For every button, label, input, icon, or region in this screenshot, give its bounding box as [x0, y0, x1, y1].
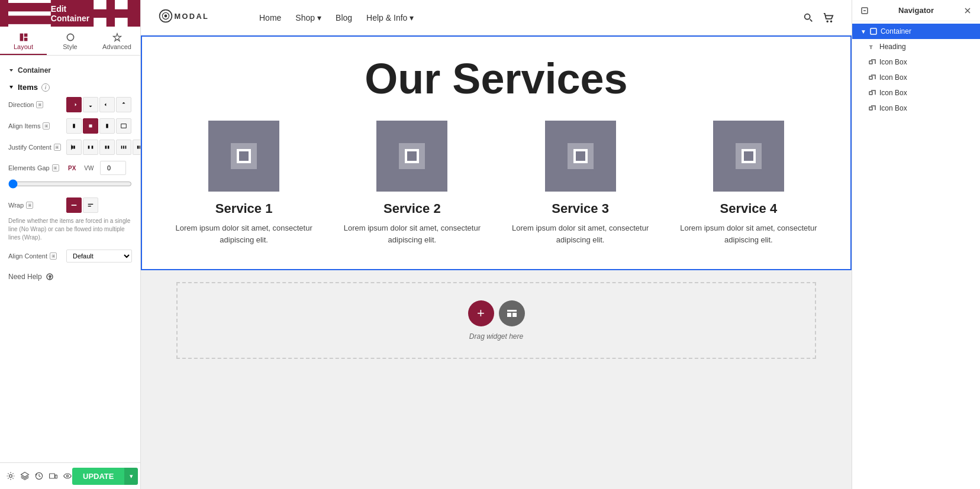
- wrap-nowrap-btn[interactable]: [66, 197, 82, 213]
- direction-col-rev-btn[interactable]: [116, 97, 131, 112]
- wrap-resp-icon: ▣: [26, 202, 33, 209]
- nav-iconbox-2[interactable]: Icon Box: [852, 70, 980, 85]
- service-icon-2: [376, 121, 447, 192]
- nav-iconbox-4[interactable]: Icon Box: [852, 101, 980, 116]
- service-card-1: Service 1 Lorem ipsum dolor sit amet, co…: [167, 121, 321, 245]
- align-items-btn-group: [66, 118, 131, 134]
- svg-rect-17: [92, 145, 94, 148]
- nav-iconbox-3-label: Icon Box: [879, 89, 907, 97]
- svg-rect-34: [55, 475, 57, 478]
- eye-icon[interactable]: [63, 471, 72, 481]
- svg-rect-22: [125, 145, 127, 148]
- justify-space-between-btn[interactable]: [116, 140, 131, 155]
- direction-row-rev-btn[interactable]: [99, 97, 115, 112]
- settings-icon[interactable]: [6, 471, 15, 481]
- items-info-icon[interactable]: i: [41, 83, 50, 92]
- wrap-wrap-btn[interactable]: [83, 197, 98, 213]
- items-section[interactable]: Items i: [0, 79, 140, 94]
- panel-title: Edit Container: [51, 4, 89, 23]
- justify-center-btn[interactable]: [83, 140, 98, 155]
- nav-collapse-icon[interactable]: [860, 7, 869, 15]
- nav-help[interactable]: Help & Info ▾: [366, 13, 414, 22]
- svg-rect-14: [73, 145, 75, 148]
- nav-iconbox-3[interactable]: Icon Box: [852, 85, 980, 101]
- align-content-label: Align Content ▣: [8, 252, 62, 260]
- align-end-btn[interactable]: [99, 118, 115, 134]
- svg-rect-9: [24, 38, 27, 41]
- direction-label: Direction ▣: [8, 101, 62, 108]
- logo-svg: MODAL: [159, 5, 230, 27]
- tab-style-label: Style: [63, 43, 77, 50]
- nav-iconbox-1-label: Icon Box: [879, 58, 907, 66]
- nav-heading[interactable]: T Heading: [852, 39, 980, 54]
- gap-vw-btn[interactable]: VW: [82, 164, 95, 172]
- help-circle-icon[interactable]: ?: [46, 273, 54, 281]
- svg-rect-24: [140, 145, 140, 148]
- direction-resp-icon: ▣: [36, 101, 43, 108]
- svg-marker-12: [9, 86, 13, 89]
- tab-style[interactable]: Style: [47, 27, 94, 55]
- justify-space-around-btn[interactable]: [133, 140, 140, 155]
- update-btn-wrap: UPDATE ▾: [72, 468, 138, 485]
- container-section-label: Container: [18, 66, 51, 75]
- nav-iconbox-2-label: Icon Box: [879, 73, 907, 82]
- svg-rect-61: [869, 61, 872, 64]
- direction-row-btn[interactable]: [66, 97, 82, 112]
- svg-text:?: ?: [49, 275, 51, 279]
- icon-box-svg-2: [394, 138, 430, 174]
- history-icon[interactable]: [34, 471, 44, 481]
- align-content-select[interactable]: Default: [66, 250, 132, 263]
- selected-container: + ⋮⋮ × Our Services Service 1 L: [141, 35, 852, 270]
- service-desc-4: Lorem ipsum dolor sit amet, consectetur …: [672, 222, 826, 245]
- svg-rect-23: [137, 145, 139, 148]
- svg-rect-8: [24, 34, 27, 37]
- template-button[interactable]: [499, 300, 525, 326]
- nav-blog[interactable]: Blog: [336, 13, 352, 22]
- add-widget-button[interactable]: +: [468, 300, 494, 326]
- align-center-btn[interactable]: [83, 118, 98, 134]
- iconbox-nav-icon-4: [869, 105, 876, 112]
- justify-start-btn[interactable]: [66, 140, 82, 155]
- align-stretch-btn[interactable]: [116, 118, 131, 134]
- nav-shop[interactable]: Shop ▾: [295, 13, 321, 22]
- service-icon-1: [208, 121, 279, 192]
- gap-value-input[interactable]: [100, 161, 126, 175]
- gap-px-btn[interactable]: PX: [66, 164, 78, 172]
- tab-layout[interactable]: Layout: [0, 27, 47, 55]
- icon-box-svg-4: [731, 138, 766, 174]
- navigator-title: Navigator: [898, 6, 934, 15]
- canvas-area[interactable]: + ⋮⋮ × Our Services Service 1 L: [141, 35, 852, 489]
- panel-tabs: Layout Style Advanced: [0, 27, 140, 56]
- justify-end-btn[interactable]: [99, 140, 115, 155]
- svg-rect-59: [871, 28, 876, 34]
- nav-tree: ▼ Container T Heading Icon Box Icon Box …: [852, 21, 980, 118]
- align-start-btn[interactable]: [66, 118, 82, 134]
- search-icon[interactable]: [803, 12, 814, 23]
- svg-marker-11: [9, 69, 13, 72]
- service-icon-3: [545, 121, 616, 192]
- update-button[interactable]: UPDATE: [72, 468, 124, 485]
- empty-drop-section[interactable]: + Drag widget here: [176, 282, 816, 359]
- nav-iconbox-1[interactable]: Icon Box: [852, 54, 980, 70]
- gap-slider[interactable]: [8, 179, 132, 189]
- update-arrow-button[interactable]: ▾: [124, 468, 138, 485]
- navigator-close-icon[interactable]: [963, 7, 972, 15]
- container-section[interactable]: Container: [0, 61, 140, 79]
- justify-resp-icon: ▣: [54, 144, 61, 151]
- help-arrow: ▾: [410, 13, 414, 22]
- iconbox-nav-icon-3: [869, 89, 876, 96]
- bottom-bar-icons: [6, 471, 72, 481]
- layers-icon[interactable]: [20, 471, 30, 481]
- svg-rect-48: [407, 151, 417, 161]
- svg-point-10: [67, 34, 73, 40]
- services-grid: Service 1 Lorem ipsum dolor sit amet, co…: [142, 115, 850, 251]
- tab-advanced[interactable]: Advanced: [94, 27, 140, 55]
- nav-container[interactable]: ▼ Container: [852, 24, 980, 39]
- responsive-icon[interactable]: [49, 471, 58, 481]
- direction-col-btn[interactable]: [83, 97, 98, 112]
- cart-icon[interactable]: [823, 12, 834, 23]
- nav-home[interactable]: Home: [259, 13, 281, 22]
- nav-expand-arrow[interactable]: ▼: [860, 28, 866, 35]
- svg-rect-1: [8, 11, 51, 15]
- need-help-label: Need Help: [8, 273, 42, 281]
